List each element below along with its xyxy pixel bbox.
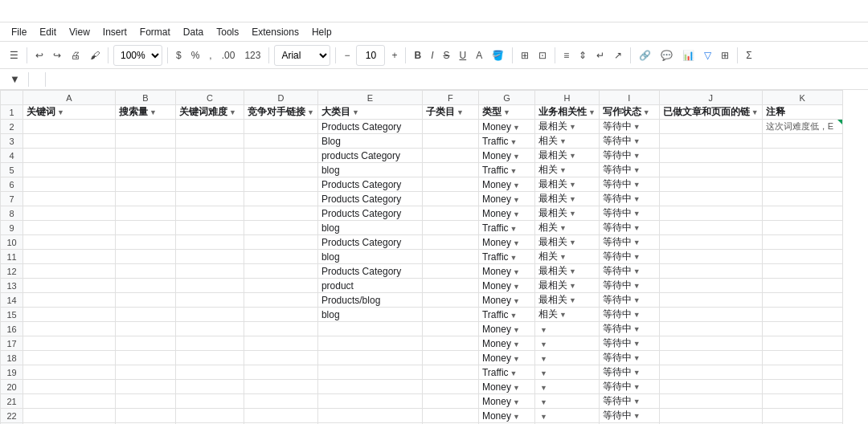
filter-view-button[interactable]: ⊞ (718, 48, 732, 63)
dropdown-arrow-i-12[interactable]: ▼ (633, 267, 641, 275)
cell-h9[interactable]: 相关 ▼ (534, 221, 599, 235)
cell-i18[interactable]: 等待中 ▼ (599, 351, 659, 365)
cell-a5[interactable] (23, 163, 116, 177)
cell-j4[interactable] (659, 149, 762, 163)
col-header-k[interactable]: K (762, 91, 842, 105)
dropdown-arrow-i-8[interactable]: ▼ (633, 210, 641, 218)
cell-k9[interactable] (762, 221, 842, 235)
dropdown-arrow-g-20[interactable]: ▼ (513, 384, 520, 392)
cell-c5[interactable] (176, 163, 244, 177)
cell-g16[interactable]: Money ▼ (478, 322, 534, 336)
cell-a1[interactable]: 关键词 ▼ (23, 105, 116, 120)
link-button[interactable]: 🔗 (636, 48, 654, 63)
cell-h17[interactable]: ▼ (534, 336, 599, 351)
cell-f14[interactable] (422, 293, 478, 308)
cell-g20[interactable]: Money ▼ (478, 380, 534, 394)
dropdown-arrow-g-15[interactable]: ▼ (510, 312, 518, 320)
cell-e16[interactable] (317, 322, 422, 336)
cell-h18[interactable]: ▼ (534, 351, 599, 365)
cell-h20[interactable]: ▼ (534, 380, 599, 394)
cell-b22[interactable] (116, 409, 176, 423)
comment-button[interactable]: 💬 (657, 48, 676, 63)
cell-c18[interactable] (176, 351, 244, 365)
cell-i20[interactable]: 等待中 ▼ (599, 380, 659, 394)
dropdown-arrow-g-12[interactable]: ▼ (513, 268, 520, 276)
cell-f13[interactable] (422, 279, 478, 293)
cell-j20[interactable] (659, 380, 762, 394)
cell-a4[interactable] (23, 149, 116, 163)
cell-a11[interactable] (23, 250, 116, 264)
dropdown-arrow-i-20[interactable]: ▼ (633, 383, 641, 391)
dropdown-arrow-g-3[interactable]: ▼ (510, 138, 518, 146)
cell-c21[interactable] (176, 394, 244, 409)
cell-c17[interactable] (176, 336, 244, 351)
cell-e18[interactable] (317, 351, 422, 365)
increase-font-button[interactable]: + (388, 48, 400, 63)
cell-j9[interactable] (659, 221, 762, 235)
dropdown-arrow-g-6[interactable]: ▼ (513, 181, 520, 190)
cell-a12[interactable] (23, 264, 116, 279)
cell-c6[interactable] (176, 177, 244, 192)
cell-h4[interactable]: 最相关 ▼ (534, 149, 599, 163)
cell-j1[interactable]: 已做文章和页面的链 ▼ (659, 105, 762, 120)
dropdown-arrow-h-9[interactable]: ▼ (559, 224, 567, 232)
cell-c10[interactable] (176, 235, 244, 250)
cell-j19[interactable] (659, 365, 762, 380)
dropdown-arrow-i-7[interactable]: ▼ (633, 195, 641, 203)
cell-h12[interactable]: 最相关 ▼ (534, 264, 599, 279)
cell-e22[interactable] (317, 409, 422, 423)
dropdown-arrow-h-7[interactable]: ▼ (569, 195, 576, 203)
cell-k14[interactable] (762, 293, 842, 308)
cell-k20[interactable] (762, 380, 842, 394)
dropdown-arrow-i-14[interactable]: ▼ (633, 296, 641, 304)
dropdown-arrow-g-13[interactable]: ▼ (513, 283, 520, 291)
dropdown-arrow-i-3[interactable]: ▼ (633, 137, 641, 145)
cell-f16[interactable] (422, 322, 478, 336)
cell-e2[interactable]: Products Category (317, 120, 422, 134)
cell-g14[interactable]: Money ▼ (478, 293, 534, 308)
cell-g3[interactable]: Traffic ▼ (478, 134, 534, 149)
cell-h3[interactable]: 相关 ▼ (534, 134, 599, 149)
dropdown-arrow-h-5[interactable]: ▼ (559, 166, 567, 174)
cell-d14[interactable] (244, 293, 318, 308)
cell-d12[interactable] (244, 264, 318, 279)
dropdown-arrow-i-16[interactable]: ▼ (633, 325, 641, 333)
cell-b21[interactable] (116, 394, 176, 409)
borders-button[interactable]: ⊞ (518, 48, 532, 63)
col-header-a[interactable]: A (23, 91, 116, 105)
strikethrough-button[interactable]: S (440, 48, 452, 63)
cell-c12[interactable] (176, 264, 244, 279)
cell-d10[interactable] (244, 235, 318, 250)
cell-c13[interactable] (176, 279, 244, 293)
cell-g8[interactable]: Money ▼ (478, 206, 534, 221)
dropdown-arrow-g-11[interactable]: ▼ (510, 254, 518, 262)
cell-b8[interactable] (116, 206, 176, 221)
cell-d11[interactable] (244, 250, 318, 264)
italic-button[interactable]: I (428, 48, 436, 63)
cell-k13[interactable] (762, 279, 842, 293)
dropdown-arrow-g-21[interactable]: ▼ (513, 398, 520, 406)
col-header-g[interactable]: G (478, 91, 534, 105)
wrap-button[interactable]: ↵ (593, 48, 608, 63)
menu-tools[interactable]: Tools (211, 25, 244, 39)
cell-j8[interactable] (659, 206, 762, 221)
filter-arrow-i[interactable]: ▼ (643, 108, 650, 116)
cell-e8[interactable]: Products Category (317, 206, 422, 221)
cell-a22[interactable] (23, 409, 116, 423)
cell-e10[interactable]: Products Category (317, 235, 422, 250)
cell-f5[interactable] (422, 163, 478, 177)
cell-i6[interactable]: 等待中 ▼ (599, 177, 659, 192)
dropdown-arrow-g-16[interactable]: ▼ (513, 326, 520, 334)
cell-g4[interactable]: Money ▼ (478, 149, 534, 163)
cell-j3[interactable] (659, 134, 762, 149)
col-header-f[interactable]: F (422, 91, 478, 105)
cell-j16[interactable] (659, 322, 762, 336)
sheet-table-scroll[interactable]: A B C D E F G H I J K 1关键词 ▼搜索量 ▼关键词难度 ▼… (0, 90, 868, 424)
undo-button[interactable]: ↩ (32, 48, 47, 63)
cell-h2[interactable]: 最相关 ▼ (534, 120, 599, 134)
bold-button[interactable]: B (411, 48, 424, 63)
cell-h13[interactable]: 最相关 ▼ (534, 279, 599, 293)
cell-k6[interactable] (762, 177, 842, 192)
cell-h10[interactable]: 最相关 ▼ (534, 235, 599, 250)
cell-b18[interactable] (116, 351, 176, 365)
